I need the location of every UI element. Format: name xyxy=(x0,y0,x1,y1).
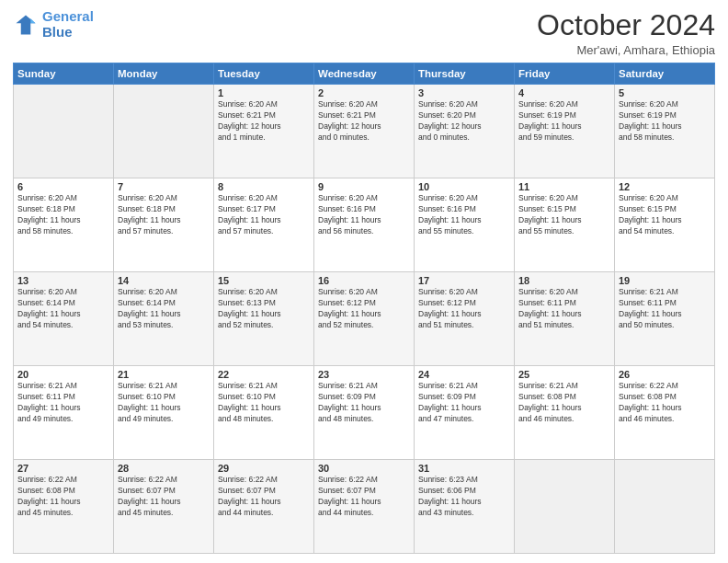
calendar-cell: 11Sunrise: 6:20 AM Sunset: 6:15 PM Dayli… xyxy=(515,178,615,272)
calendar-cell xyxy=(615,460,715,554)
calendar-day-header: Thursday xyxy=(415,63,515,85)
day-info: Sunrise: 6:22 AM Sunset: 6:07 PM Dayligh… xyxy=(318,475,410,519)
day-number: 15 xyxy=(218,275,310,286)
calendar-day-header: Friday xyxy=(515,63,615,85)
logo-icon xyxy=(13,12,39,38)
day-info: Sunrise: 6:20 AM Sunset: 6:15 PM Dayligh… xyxy=(619,193,711,237)
day-info: Sunrise: 6:20 AM Sunset: 6:19 PM Dayligh… xyxy=(619,99,711,144)
day-info: Sunrise: 6:20 AM Sunset: 6:14 PM Dayligh… xyxy=(17,287,109,331)
svg-marker-1 xyxy=(30,18,35,23)
calendar-cell: 9Sunrise: 6:20 AM Sunset: 6:16 PM Daylig… xyxy=(314,178,415,272)
calendar-cell: 19Sunrise: 6:21 AM Sunset: 6:11 PM Dayli… xyxy=(615,272,715,366)
calendar-cell: 12Sunrise: 6:20 AM Sunset: 6:15 PM Dayli… xyxy=(615,178,715,272)
calendar-week-row: 1Sunrise: 6:20 AM Sunset: 6:21 PM Daylig… xyxy=(14,85,715,178)
day-number: 2 xyxy=(318,87,410,98)
day-number: 12 xyxy=(619,181,711,192)
svg-marker-0 xyxy=(17,15,36,34)
calendar-week-row: 6Sunrise: 6:20 AM Sunset: 6:18 PM Daylig… xyxy=(14,178,715,272)
calendar-week-row: 13Sunrise: 6:20 AM Sunset: 6:14 PM Dayli… xyxy=(14,272,715,366)
page: General Blue October 2024 Mer'awi, Amhar… xyxy=(0,0,728,563)
day-info: Sunrise: 6:22 AM Sunset: 6:08 PM Dayligh… xyxy=(619,381,711,425)
day-number: 3 xyxy=(418,87,510,98)
month-title: October 2024 xyxy=(537,9,715,41)
day-info: Sunrise: 6:23 AM Sunset: 6:06 PM Dayligh… xyxy=(418,475,510,519)
logo-line1: General xyxy=(42,8,94,24)
day-number: 10 xyxy=(418,181,510,192)
day-number: 29 xyxy=(218,463,310,474)
calendar-cell xyxy=(515,460,615,554)
day-info: Sunrise: 6:20 AM Sunset: 6:19 PM Dayligh… xyxy=(518,99,610,144)
calendar-day-header: Monday xyxy=(114,63,214,85)
day-number: 25 xyxy=(518,369,610,380)
day-info: Sunrise: 6:22 AM Sunset: 6:08 PM Dayligh… xyxy=(17,475,109,519)
day-number: 28 xyxy=(118,463,210,474)
day-number: 19 xyxy=(619,275,711,286)
calendar-header-row: SundayMondayTuesdayWednesdayThursdayFrid… xyxy=(14,63,715,85)
day-info: Sunrise: 6:20 AM Sunset: 6:21 PM Dayligh… xyxy=(318,99,410,144)
day-info: Sunrise: 6:21 AM Sunset: 6:09 PM Dayligh… xyxy=(418,381,510,425)
calendar-table: SundayMondayTuesdayWednesdayThursdayFrid… xyxy=(13,63,715,554)
day-info: Sunrise: 6:21 AM Sunset: 6:11 PM Dayligh… xyxy=(17,381,109,425)
calendar-cell: 18Sunrise: 6:20 AM Sunset: 6:11 PM Dayli… xyxy=(515,272,615,366)
day-info: Sunrise: 6:21 AM Sunset: 6:10 PM Dayligh… xyxy=(118,381,210,425)
calendar-cell: 29Sunrise: 6:22 AM Sunset: 6:07 PM Dayli… xyxy=(214,460,314,554)
day-number: 11 xyxy=(518,181,610,192)
calendar-cell: 31Sunrise: 6:23 AM Sunset: 6:06 PM Dayli… xyxy=(415,460,515,554)
day-info: Sunrise: 6:20 AM Sunset: 6:11 PM Dayligh… xyxy=(518,287,610,331)
calendar-cell: 30Sunrise: 6:22 AM Sunset: 6:07 PM Dayli… xyxy=(314,460,415,554)
day-info: Sunrise: 6:20 AM Sunset: 6:14 PM Dayligh… xyxy=(118,287,210,331)
calendar-week-row: 20Sunrise: 6:21 AM Sunset: 6:11 PM Dayli… xyxy=(14,366,715,460)
calendar-day-header: Saturday xyxy=(615,63,715,85)
calendar-cell: 23Sunrise: 6:21 AM Sunset: 6:09 PM Dayli… xyxy=(314,366,415,460)
logo-line2: Blue xyxy=(42,24,73,40)
day-number: 21 xyxy=(118,369,210,380)
calendar-cell: 20Sunrise: 6:21 AM Sunset: 6:11 PM Dayli… xyxy=(14,366,114,460)
day-info: Sunrise: 6:20 AM Sunset: 6:16 PM Dayligh… xyxy=(418,193,510,237)
day-number: 24 xyxy=(418,369,510,380)
calendar-cell: 24Sunrise: 6:21 AM Sunset: 6:09 PM Dayli… xyxy=(415,366,515,460)
logo-text: General Blue xyxy=(42,9,94,40)
header: General Blue October 2024 Mer'awi, Amhar… xyxy=(13,9,715,57)
day-number: 18 xyxy=(518,275,610,286)
calendar-cell xyxy=(14,85,114,178)
calendar-cell: 15Sunrise: 6:20 AM Sunset: 6:13 PM Dayli… xyxy=(214,272,314,366)
day-number: 22 xyxy=(218,369,310,380)
calendar-cell: 21Sunrise: 6:21 AM Sunset: 6:10 PM Dayli… xyxy=(114,366,214,460)
calendar-cell: 26Sunrise: 6:22 AM Sunset: 6:08 PM Dayli… xyxy=(615,366,715,460)
calendar-day-header: Sunday xyxy=(14,63,114,85)
day-info: Sunrise: 6:20 AM Sunset: 6:20 PM Dayligh… xyxy=(418,99,510,144)
calendar-cell: 10Sunrise: 6:20 AM Sunset: 6:16 PM Dayli… xyxy=(415,178,515,272)
calendar-cell xyxy=(114,85,214,178)
day-number: 30 xyxy=(318,463,410,474)
calendar-cell: 8Sunrise: 6:20 AM Sunset: 6:17 PM Daylig… xyxy=(214,178,314,272)
day-number: 17 xyxy=(418,275,510,286)
day-info: Sunrise: 6:22 AM Sunset: 6:07 PM Dayligh… xyxy=(118,475,210,519)
calendar-cell: 14Sunrise: 6:20 AM Sunset: 6:14 PM Dayli… xyxy=(114,272,214,366)
calendar-cell: 16Sunrise: 6:20 AM Sunset: 6:12 PM Dayli… xyxy=(314,272,415,366)
calendar-cell: 3Sunrise: 6:20 AM Sunset: 6:20 PM Daylig… xyxy=(415,85,515,178)
day-number: 4 xyxy=(518,87,610,98)
day-number: 16 xyxy=(318,275,410,286)
calendar-week-row: 27Sunrise: 6:22 AM Sunset: 6:08 PM Dayli… xyxy=(14,460,715,554)
day-number: 27 xyxy=(17,463,109,474)
calendar-cell: 7Sunrise: 6:20 AM Sunset: 6:18 PM Daylig… xyxy=(114,178,214,272)
calendar-cell: 13Sunrise: 6:20 AM Sunset: 6:14 PM Dayli… xyxy=(14,272,114,366)
day-number: 14 xyxy=(118,275,210,286)
calendar-cell: 6Sunrise: 6:20 AM Sunset: 6:18 PM Daylig… xyxy=(14,178,114,272)
calendar-cell: 5Sunrise: 6:20 AM Sunset: 6:19 PM Daylig… xyxy=(615,85,715,178)
calendar-cell: 25Sunrise: 6:21 AM Sunset: 6:08 PM Dayli… xyxy=(515,366,615,460)
day-number: 5 xyxy=(619,87,711,98)
day-info: Sunrise: 6:20 AM Sunset: 6:12 PM Dayligh… xyxy=(318,287,410,331)
day-number: 7 xyxy=(118,181,210,192)
day-info: Sunrise: 6:21 AM Sunset: 6:09 PM Dayligh… xyxy=(318,381,410,425)
title-area: October 2024 Mer'awi, Amhara, Ethiopia xyxy=(537,9,715,57)
calendar-cell: 4Sunrise: 6:20 AM Sunset: 6:19 PM Daylig… xyxy=(515,85,615,178)
day-number: 9 xyxy=(318,181,410,192)
day-info: Sunrise: 6:20 AM Sunset: 6:17 PM Dayligh… xyxy=(218,193,310,237)
calendar-cell: 17Sunrise: 6:20 AM Sunset: 6:12 PM Dayli… xyxy=(415,272,515,366)
day-number: 8 xyxy=(218,181,310,192)
day-number: 26 xyxy=(619,369,711,380)
day-info: Sunrise: 6:20 AM Sunset: 6:16 PM Dayligh… xyxy=(318,193,410,237)
day-info: Sunrise: 6:20 AM Sunset: 6:13 PM Dayligh… xyxy=(218,287,310,331)
day-info: Sunrise: 6:21 AM Sunset: 6:08 PM Dayligh… xyxy=(518,381,610,425)
